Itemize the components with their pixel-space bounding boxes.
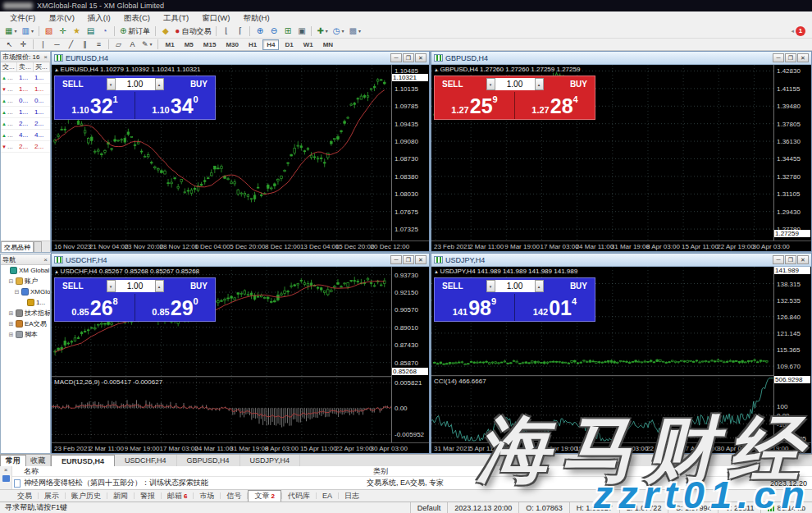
timeframe-button-MN[interactable]: MN [319,39,337,50]
terminal-close-icon[interactable]: × [4,466,8,474]
market-watch-row[interactable]: ▲...1...1... [1,107,50,118]
menu-item-5[interactable]: 窗口(W) [195,12,236,25]
terminal-tab-11[interactable]: 日志 [339,490,365,502]
restore-button[interactable]: ❐ [785,255,796,264]
minimize-button[interactable]: ─ [390,255,402,264]
volume-input[interactable]: 1.00 [116,78,155,90]
menu-item-4[interactable]: 工具(T) [157,12,195,25]
terminal-tab-5[interactable]: 邮箱6 [162,490,193,502]
close-button[interactable]: ✕ [797,53,809,62]
volume-decrease-button[interactable]: ▾ [486,78,495,90]
terminal-tab-2[interactable]: 账户历史 [66,490,107,502]
buy-price[interactable]: 1.10340 [135,92,215,119]
minimize-button[interactable]: ─ [773,53,784,62]
volume-input[interactable]: 1.00 [116,280,155,292]
close-button[interactable]: ✕ [415,53,427,62]
article-row[interactable]: 神经网络变得轻松（第四十五部分）：训练状态探索技能 交易系统, EA交易, 专家… [12,477,812,489]
volume-increase-button[interactable]: ▴ [535,78,544,90]
buy-button[interactable]: BUY [544,278,595,294]
sell-price[interactable]: 1.27259 [435,92,514,119]
status-profile[interactable]: Default [410,502,448,513]
strategy-tester-button[interactable]: ◔ [98,25,112,38]
autotrading-button[interactable]: ●自动交易 [172,25,213,38]
chart-tab-USDCHF,H4[interactable]: USDCHF,H4 [115,455,177,466]
cascade-windows-button[interactable]: ▣ [294,25,308,38]
text-button[interactable]: A [125,39,139,51]
periods-button[interactable]: ◷▾ [331,25,347,38]
minimize-button[interactable]: ─ [773,255,784,264]
timeframe-button-D1[interactable]: D1 [281,39,297,50]
tree-expander-icon[interactable]: ⊞ [8,332,14,338]
zoom-out-button[interactable]: ⊖ [267,25,281,38]
navigator-close-icon[interactable]: × [43,256,48,263]
navigator-item-xm-root[interactable]: XM Global [1,265,50,276]
volume-increase-button[interactable]: ▴ [535,280,544,292]
navigator-item-account-login[interactable]: 1... [1,297,50,308]
new-order-button[interactable]: ⊕新订单 [117,25,153,38]
timeframe-button-M1[interactable]: M1 [162,39,179,50]
terminal-tab-7[interactable]: 信号 [221,490,247,502]
navigator-button[interactable]: ★ [70,25,84,38]
close-button[interactable]: ✕ [415,255,427,264]
volume-decrease-button[interactable]: ▾ [107,280,116,292]
terminal-tab-9[interactable]: 代码库 [282,490,316,502]
window-titlebar[interactable]: XMGlobal-Real 15 - XM Global Limited [0,0,812,11]
sell-button[interactable]: SELL [55,278,107,294]
shapes-button[interactable]: ▱ [112,39,125,51]
volume-increase-button[interactable]: ▴ [155,280,164,292]
buy-price[interactable]: 0.85290 [135,294,215,321]
volume-decrease-button[interactable]: ▾ [107,78,116,90]
cursor-button[interactable]: ↖ [2,39,16,51]
tree-expander-icon[interactable]: ⊟ [8,278,14,285]
new-chart-button[interactable]: ▦▾ [2,25,19,38]
market-watch-row[interactable]: ▼...2...2... [1,141,50,153]
sell-price[interactable]: 0.85268 [55,294,135,321]
volume-decrease-button[interactable]: ▾ [486,280,495,292]
sell-button[interactable]: SELL [435,278,486,294]
market-watch-row[interactable]: ▲...0...0... [1,95,50,107]
restore-button[interactable]: ❐ [403,53,414,62]
restore-button[interactable]: ❐ [403,255,414,264]
chart-window-titlebar[interactable]: USDCHF,H4─❐✕ [52,254,429,267]
terminal-button[interactable]: ▤ [84,25,98,38]
horizontal-line-button[interactable]: ─ [50,39,64,51]
buy-button[interactable]: BUY [164,278,216,294]
tile-windows-button[interactable]: ⊞ [281,25,294,38]
sell-price[interactable]: 141989 [435,294,514,321]
chart-window-titlebar[interactable]: EURUSD,H4─❐✕ [52,52,429,65]
navigator-tab-1[interactable]: 收藏 [26,455,51,466]
market-watch-column-0[interactable]: 交... [1,62,17,71]
terminal-tab-3[interactable]: 新闻 [107,490,134,502]
menu-item-3[interactable]: 图表(C) [117,12,157,25]
templates-button[interactable]: ▩▾ [347,25,363,38]
arrow-tools-button[interactable]: ✎▾ [139,39,155,51]
column-header-name[interactable]: 名称 [24,466,39,477]
volume-increase-button[interactable]: ▴ [155,78,164,90]
menu-item-2[interactable]: 插入(I) [81,12,117,25]
tree-expander-icon[interactable]: ⊟ [14,289,20,295]
trendline-button[interactable]: ╱ [64,39,78,51]
navigator-item-account-server[interactable]: ⊟XMGlobal-Real 15 [1,286,50,297]
notification-badge[interactable]: 1 [796,26,805,36]
metaeditor-button[interactable]: ◆ [158,25,172,38]
channel-button[interactable]: ∥ [78,39,92,51]
terminal-tab-4[interactable]: 警报 [135,490,161,502]
chart-tab-GBPUSD,H4[interactable]: GBPUSD,H4 [177,455,240,466]
fibonacci-button[interactable]: ≡ [92,39,106,51]
market-watch-button[interactable]: ▧ [42,25,56,38]
menu-item-1[interactable]: 显示(V) [42,12,81,25]
terminal-tab-1[interactable]: 展示 [39,490,65,502]
period-window-button[interactable]: ⌈ [233,25,247,38]
navigator-tab-0[interactable]: 常用 [0,455,26,466]
market-watch-row[interactable]: ▲...4...4... [1,130,50,141]
terminal-tab-6[interactable]: 市场 [194,490,220,502]
market-watch-row[interactable]: ▲...2...2... [1,118,50,130]
navigator-item-accounts[interactable]: ⊟账户 [1,276,50,286]
volume-input[interactable]: 1.00 [495,280,535,292]
terminal-tab-8[interactable]: 文章2 [248,490,281,502]
market-watch-row[interactable]: ▼...1...1... [1,84,50,95]
zoom-in-button[interactable]: ⊕ [253,25,267,38]
terminal-tab-10[interactable]: EA [317,490,338,502]
data-window-button[interactable]: ✛ [56,25,70,38]
vertical-line-button[interactable]: | [36,39,50,51]
